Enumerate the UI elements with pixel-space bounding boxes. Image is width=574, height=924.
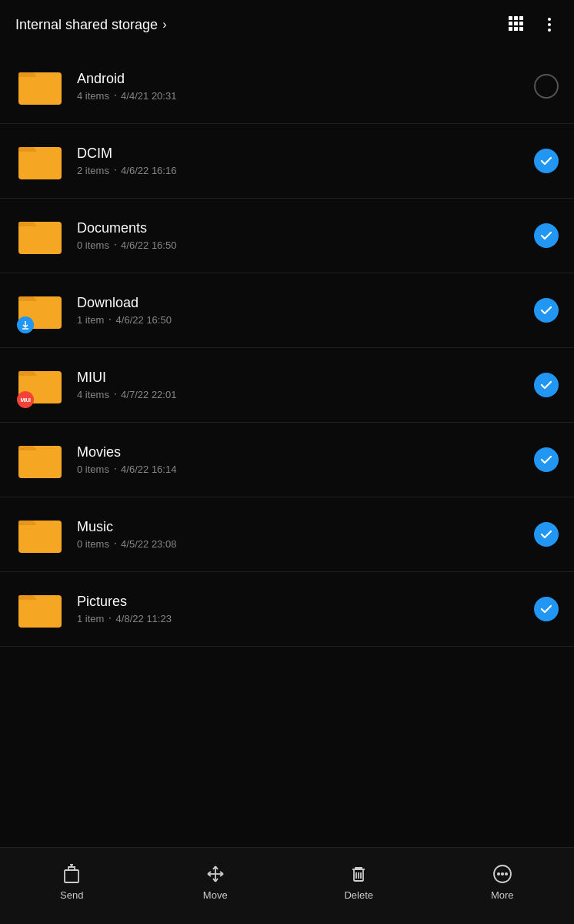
folder-select-download[interactable]: [534, 298, 559, 323]
send-label: Send: [60, 889, 83, 901]
folder-select-android[interactable]: [534, 74, 559, 99]
folder-icon-wrapper: [15, 510, 65, 559]
svg-rect-4: [514, 22, 518, 25]
svg-rect-15: [18, 446, 62, 478]
overflow-menu-button[interactable]: [540, 15, 559, 34]
folder-info: Music0 items ᛫ 4/5/22 23:08: [77, 519, 534, 550]
miui-badge-icon: MIUI: [17, 391, 34, 408]
folder-name: Music: [77, 519, 534, 535]
folder-name: Documents: [77, 220, 534, 236]
folder-meta: 2 items ᛫ 4/6/22 16:16: [77, 165, 534, 176]
folder-icon-wrapper: MIUI: [15, 360, 65, 410]
folder-select-documents[interactable]: [534, 223, 559, 248]
folder-info: Android4 items ᛫ 4/4/21 20:31: [77, 71, 534, 102]
svg-rect-3: [509, 22, 512, 25]
folder-item-dcim[interactable]: DCIM2 items ᛫ 4/6/22 16:16: [0, 124, 574, 199]
folder-select-pictures[interactable]: [534, 597, 559, 621]
folder-info: MIUI4 items ᛫ 4/7/22 22:01: [77, 370, 534, 400]
folder-name: Movies: [77, 444, 534, 460]
folder-item-music[interactable]: Music0 items ᛫ 4/5/22 23:08: [0, 497, 574, 572]
svg-rect-17: [18, 595, 62, 628]
folder-name: DCIM: [77, 146, 534, 162]
folder-select-music[interactable]: [534, 522, 559, 547]
folder-icon: [15, 136, 65, 186]
svg-rect-8: [519, 27, 523, 31]
folder-meta: 1 item ᛫ 4/8/22 11:23: [77, 613, 534, 624]
bottom-toolbar: Send Move: [0, 847, 574, 924]
chevron-icon: ›: [162, 18, 166, 32]
folder-item-miui[interactable]: MIUIMIUI4 items ᛫ 4/7/22 22:01: [0, 348, 574, 423]
folder-icon: [15, 62, 65, 111]
folder-meta: 4 items ᛫ 4/7/22 22:01: [77, 389, 534, 400]
folder-item-pictures[interactable]: Pictures1 item ᛫ 4/8/22 11:23: [0, 572, 574, 647]
svg-point-29: [502, 873, 503, 875]
folder-icon-wrapper: [15, 211, 65, 260]
folder-icon-wrapper: [15, 435, 65, 484]
folder-icon: [15, 435, 65, 484]
svg-rect-0: [509, 16, 512, 20]
folder-list: Android4 items ᛫ 4/4/21 20:31DCIM2 items…: [0, 49, 574, 847]
svg-point-30: [506, 873, 507, 875]
header-right: [506, 14, 559, 35]
svg-rect-16: [18, 521, 62, 553]
svg-point-28: [498, 873, 499, 875]
folder-meta: 0 items ᛫ 4/5/22 23:08: [77, 538, 534, 550]
folder-item-android[interactable]: Android4 items ᛫ 4/4/21 20:31: [0, 49, 574, 124]
folder-item-documents[interactable]: Documents0 items ᛫ 4/6/22 16:50: [0, 199, 574, 273]
move-button[interactable]: Move: [177, 863, 254, 901]
folder-item-movies[interactable]: Movies0 items ᛫ 4/6/22 16:14: [0, 423, 574, 497]
delete-label: Delete: [344, 889, 373, 901]
folder-select-miui[interactable]: [534, 373, 559, 397]
folder-info: DCIM2 items ᛫ 4/6/22 16:16: [77, 146, 534, 176]
send-button[interactable]: Send: [33, 863, 110, 901]
header-left: Internal shared storage ›: [15, 17, 166, 33]
move-label: Move: [203, 889, 228, 901]
move-icon: [205, 863, 226, 885]
more-icon: [492, 863, 513, 885]
folder-icon-wrapper: [15, 62, 65, 111]
folder-name: Pictures: [77, 594, 534, 610]
folder-info: Download1 item ᛫ 4/6/22 16:50: [77, 295, 534, 326]
folder-info: Pictures1 item ᛫ 4/8/22 11:23: [77, 594, 534, 624]
svg-rect-9: [18, 72, 62, 105]
grid-view-button[interactable]: [506, 14, 525, 35]
svg-rect-1: [514, 16, 518, 20]
folder-meta: 0 items ᛫ 4/6/22 16:50: [77, 239, 534, 251]
folder-item-download[interactable]: Download1 item ᛫ 4/6/22 16:50: [0, 273, 574, 348]
svg-rect-11: [18, 222, 62, 254]
folder-meta: 0 items ᛫ 4/6/22 16:14: [77, 464, 534, 475]
send-icon: [61, 863, 82, 885]
folder-icon: [15, 510, 65, 559]
folder-icon: [15, 584, 65, 634]
folder-name: MIUI: [77, 370, 534, 386]
svg-rect-18: [65, 870, 78, 882]
svg-rect-7: [514, 27, 518, 31]
folder-icon-wrapper: [15, 136, 65, 186]
page-title: Internal shared storage: [15, 17, 158, 33]
folder-select-dcim[interactable]: [534, 149, 559, 173]
more-options-button[interactable]: More: [464, 863, 541, 901]
folder-select-movies[interactable]: [534, 447, 559, 472]
folder-name: Download: [77, 295, 534, 311]
folder-icon: [15, 211, 65, 260]
header: Internal shared storage ›: [0, 0, 574, 49]
svg-rect-10: [18, 147, 62, 179]
folder-name: Android: [77, 71, 534, 87]
delete-button[interactable]: Delete: [320, 863, 397, 901]
folder-meta: 1 item ᛫ 4/6/22 16:50: [77, 314, 534, 326]
folder-info: Documents0 items ᛫ 4/6/22 16:50: [77, 220, 534, 251]
more-label: More: [491, 889, 514, 901]
svg-rect-2: [519, 16, 523, 20]
folder-icon-wrapper: [15, 584, 65, 634]
svg-rect-5: [519, 22, 523, 25]
svg-rect-6: [509, 27, 512, 31]
folder-info: Movies0 items ᛫ 4/6/22 16:14: [77, 444, 534, 475]
delete-icon: [348, 863, 369, 885]
folder-meta: 4 items ᛫ 4/4/21 20:31: [77, 90, 534, 102]
download-badge-icon: [17, 316, 34, 333]
folder-icon-wrapper: [15, 286, 65, 335]
